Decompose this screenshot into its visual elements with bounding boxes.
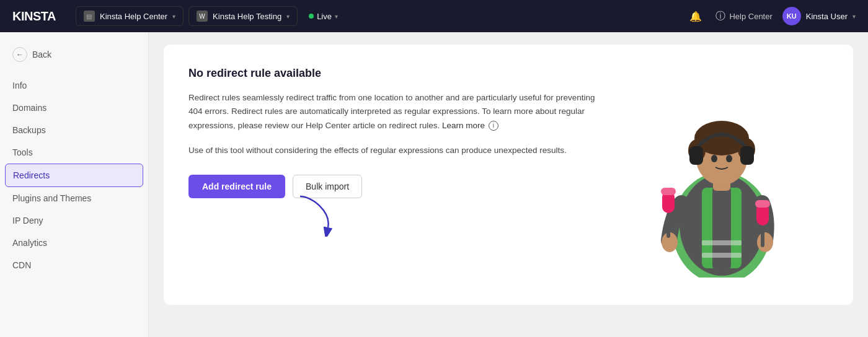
sidebar-item-analytics[interactable]: Analytics <box>0 232 148 254</box>
sidebar-item-domains[interactable]: Domains <box>0 97 148 119</box>
logo-text: KINSTA <box>12 9 56 24</box>
sidebar-item-cdn[interactable]: CDN <box>0 254 148 276</box>
content-left: No redirect rule available Redirect rule… <box>188 67 598 282</box>
user-menu-button[interactable]: KU Kinsta User ▾ <box>782 7 856 25</box>
notifications-button[interactable]: 🔔 <box>686 6 706 26</box>
sidebar-item-redirects[interactable]: Redirects <box>5 164 143 187</box>
main-layout: ← Back Info Domains Backups Tools Redire… <box>0 32 868 337</box>
sidebar-item-info[interactable]: Info <box>0 74 148 97</box>
svg-rect-6 <box>702 253 742 258</box>
site1-icon: ▤ <box>84 11 95 22</box>
user-name: Kinsta User <box>806 12 848 21</box>
site1-chevron-icon: ▾ <box>172 13 175 20</box>
sidebar-item-ip-deny[interactable]: IP Deny <box>0 209 148 232</box>
description-paragraph-1: Redirect rules seamlessly redirect traff… <box>188 91 598 133</box>
bulk-import-button[interactable]: Bulk import <box>293 175 362 198</box>
sidebar-item-plugins-themes[interactable]: Plugins and Themes <box>0 187 148 209</box>
svg-point-17 <box>757 232 773 252</box>
kinsta-logo: KINSTA <box>12 9 56 24</box>
svg-point-14 <box>711 155 717 162</box>
svg-rect-19 <box>661 188 676 195</box>
svg-rect-22 <box>666 213 670 238</box>
svg-rect-12 <box>689 146 703 165</box>
live-status[interactable]: Live ▾ <box>303 8 344 25</box>
user-avatar: KU <box>782 7 801 25</box>
back-arrow-icon: ← <box>12 47 27 62</box>
add-redirect-rule-button[interactable]: Add redirect rule <box>188 175 285 198</box>
back-label: Back <box>32 50 51 59</box>
svg-rect-5 <box>702 240 742 245</box>
help-center-label: Help Center <box>729 12 772 21</box>
sidebar-item-tools[interactable]: Tools <box>0 141 148 164</box>
sidebar-item-backups[interactable]: Backups <box>0 119 148 141</box>
help-circle-icon: ⓘ <box>715 10 725 23</box>
user-chevron-icon: ▾ <box>852 13 856 20</box>
site2-name: Kinsta Help Testing <box>213 12 281 21</box>
svg-rect-13 <box>740 146 754 165</box>
svg-point-15 <box>726 155 732 162</box>
arrow-annotation <box>294 193 343 239</box>
site1-name: Kinsta Help Center <box>100 12 167 21</box>
help-center-button[interactable]: ⓘ Help Center <box>715 10 772 23</box>
site1-selector[interactable]: ▤ Kinsta Help Center ▾ <box>76 6 184 26</box>
content-area: No redirect rule available Redirect rule… <box>149 32 868 337</box>
live-label: Live <box>317 12 332 21</box>
redirect-illustration <box>635 67 808 278</box>
top-navigation: KINSTA ▤ Kinsta Help Center ▾ W Kinsta H… <box>0 0 868 32</box>
site2-chevron-icon: ▾ <box>286 13 290 20</box>
nav-right: 🔔 ⓘ Help Center KU Kinsta User ▾ <box>686 6 856 26</box>
learn-more-link[interactable]: Learn more <box>442 121 487 130</box>
content-card: No redirect rule available Redirect rule… <box>164 45 853 305</box>
back-button[interactable]: ← Back <box>0 42 148 67</box>
action-buttons: Add redirect rule Bulk import <box>188 175 598 198</box>
warning-paragraph: Use of this tool without considering the… <box>188 144 598 157</box>
svg-rect-23 <box>761 225 764 247</box>
content-right <box>622 67 821 282</box>
site2-icon: W <box>197 11 208 22</box>
svg-rect-21 <box>755 200 770 208</box>
sidebar: ← Back Info Domains Backups Tools Redire… <box>0 32 149 337</box>
page-title: No redirect rule available <box>188 67 598 80</box>
info-circle-icon: i <box>489 121 498 131</box>
live-chevron-icon: ▾ <box>335 13 338 20</box>
site2-selector[interactable]: W Kinsta Help Testing ▾ <box>188 6 298 26</box>
status-dot-icon <box>309 14 314 19</box>
